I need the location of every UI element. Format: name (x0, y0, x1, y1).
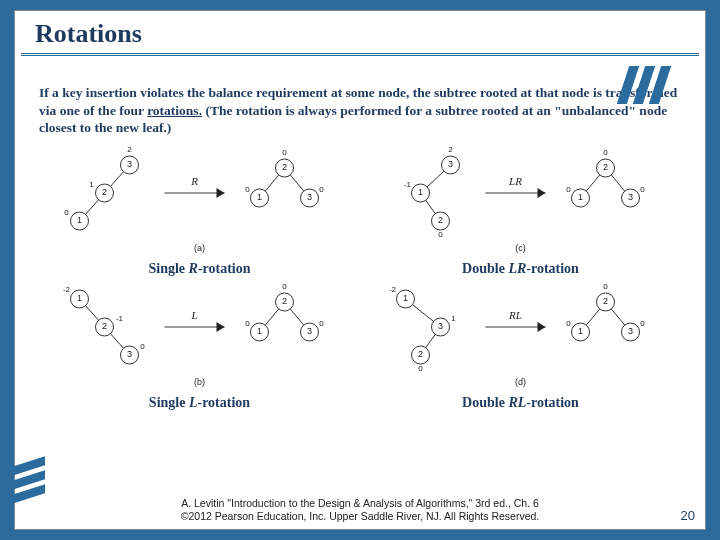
svg-text:-2: -2 (389, 285, 397, 294)
figure-row-2: 1-2 2-1 30 L 20 10 30 (b) (39, 277, 681, 393)
svg-text:0: 0 (319, 185, 324, 194)
svg-text:0: 0 (418, 364, 423, 373)
svg-text:3: 3 (307, 326, 312, 336)
svg-text:0: 0 (319, 319, 324, 328)
slide-body: If a key insertion violates the balance … (15, 56, 705, 411)
op-label-LR: LR (508, 175, 522, 187)
intro-rotations-word: rotations. (147, 103, 202, 118)
svg-text:0: 0 (282, 148, 287, 157)
svg-marker-84 (538, 322, 546, 332)
svg-text:1: 1 (418, 187, 423, 197)
svg-text:0: 0 (140, 342, 145, 351)
caption-rl: Double RL-rotation (360, 395, 681, 411)
page-number: 20 (681, 508, 695, 523)
footer: A. Levitin "Introduction to the Design &… (15, 497, 705, 523)
caption-row-2: Single L-rotation Double RL-rotation (39, 395, 681, 411)
sublabel-d: (d) (515, 377, 526, 387)
sublabel-a: (a) (194, 243, 205, 253)
svg-text:2: 2 (282, 162, 287, 172)
svg-text:1: 1 (578, 192, 583, 202)
figure-lr-rotation: 32 1-1 20 LR 20 10 30 (c) (360, 143, 681, 259)
figure-r-rotation: 32 21 10 R 20 10 30 (a) (39, 143, 360, 259)
footer-line-1: A. Levitin "Introduction to the Design &… (15, 497, 705, 510)
svg-text:2: 2 (603, 296, 608, 306)
svg-text:1: 1 (77, 293, 82, 303)
intro-paragraph: If a key insertion violates the balance … (39, 84, 681, 137)
svg-text:0: 0 (245, 185, 250, 194)
svg-text:0: 0 (64, 208, 69, 217)
svg-text:0: 0 (282, 282, 287, 291)
figure-rl-rotation: 1-2 31 20 RL 20 10 30 (d) (360, 277, 681, 393)
slide: Rotations If a key insertion violates th… (14, 10, 706, 530)
svg-text:3: 3 (628, 326, 633, 336)
svg-marker-36 (538, 188, 546, 198)
svg-text:1: 1 (451, 314, 456, 323)
svg-marker-12 (217, 188, 225, 198)
svg-text:2: 2 (282, 296, 287, 306)
svg-text:2: 2 (418, 349, 423, 359)
svg-marker-60 (217, 322, 225, 332)
svg-text:1: 1 (257, 326, 262, 336)
decor-stripes-top (623, 66, 665, 104)
decor-stripes-left (9, 462, 45, 499)
svg-text:1: 1 (77, 215, 82, 225)
svg-text:2: 2 (102, 187, 107, 197)
svg-text:3: 3 (127, 349, 132, 359)
figure-l-rotation: 1-2 2-1 30 L 20 10 30 (b) (39, 277, 360, 393)
svg-text:1: 1 (403, 293, 408, 303)
svg-text:0: 0 (603, 282, 608, 291)
sublabel-c: (c) (515, 243, 526, 253)
svg-text:3: 3 (307, 192, 312, 202)
caption-lr: Double LR-rotation (360, 261, 681, 277)
svg-text:0: 0 (640, 319, 645, 328)
svg-text:0: 0 (245, 319, 250, 328)
svg-text:2: 2 (438, 215, 443, 225)
op-label-RL: RL (508, 309, 522, 321)
caption-l: Single L-rotation (39, 395, 360, 411)
svg-text:3: 3 (448, 159, 453, 169)
svg-text:1: 1 (578, 326, 583, 336)
svg-text:1: 1 (257, 192, 262, 202)
svg-text:1: 1 (89, 180, 94, 189)
svg-text:3: 3 (127, 159, 132, 169)
svg-text:2: 2 (603, 162, 608, 172)
svg-text:0: 0 (566, 319, 571, 328)
caption-r: Single R-rotation (39, 261, 360, 277)
svg-text:2: 2 (102, 321, 107, 331)
footer-line-2: ©2012 Pearson Education, Inc. Upper Sadd… (15, 510, 705, 523)
svg-text:-2: -2 (63, 285, 71, 294)
slide-title: Rotations (21, 11, 699, 56)
svg-text:0: 0 (438, 230, 443, 239)
op-label-R: R (190, 175, 198, 187)
op-label-L: L (190, 309, 197, 321)
svg-text:3: 3 (628, 192, 633, 202)
svg-text:-1: -1 (404, 180, 412, 189)
svg-text:2: 2 (127, 145, 132, 154)
svg-text:2: 2 (448, 145, 453, 154)
svg-text:0: 0 (603, 148, 608, 157)
caption-row-1: Single R-rotation Double LR-rotation (39, 261, 681, 277)
sublabel-b: (b) (194, 377, 205, 387)
svg-text:-1: -1 (116, 314, 124, 323)
svg-text:3: 3 (438, 321, 443, 331)
figure-row-1: 32 21 10 R 20 10 30 (a) (39, 143, 681, 259)
svg-text:0: 0 (640, 185, 645, 194)
svg-text:0: 0 (566, 185, 571, 194)
